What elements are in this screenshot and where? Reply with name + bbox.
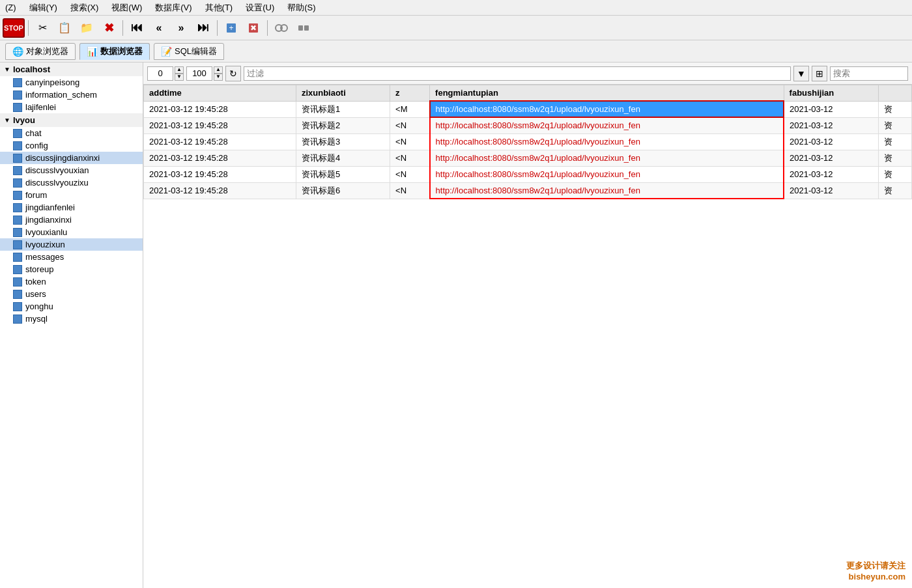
last-button[interactable]: ⏭ <box>193 18 214 38</box>
copy-button[interactable]: 📋 <box>54 18 75 38</box>
cell-zixunbiaoti[interactable]: 资讯标题6 <box>296 182 390 199</box>
tab-sql-editor[interactable]: 📝 SQL编辑器 <box>154 43 224 60</box>
table-lvyouzixun[interactable]: lvyouzixun <box>0 238 143 251</box>
menu-other[interactable]: 其他(T) <box>203 1 236 14</box>
open-button[interactable]: 📁 <box>76 18 97 38</box>
col-z[interactable]: z <box>390 85 430 102</box>
col-extra[interactable] <box>879 85 912 102</box>
db-mysql[interactable]: mysql <box>0 313 143 325</box>
search-input[interactable] <box>830 66 908 81</box>
menu-z[interactable]: (Z) <box>3 2 19 13</box>
tab-data-browser[interactable]: 📊 数据浏览器 <box>79 43 150 60</box>
table-row[interactable]: 2021-03-12 19:45:28资讯标题1<Mhttp://localho… <box>144 101 912 117</box>
cell-suffix[interactable]: 资 <box>879 117 912 133</box>
table-discusslvyouxian[interactable]: discusslvyouxian <box>0 164 143 176</box>
db-lajifenlei[interactable]: lajifenlei <box>0 101 143 113</box>
col-fabushijian[interactable]: fabushijian <box>784 85 878 102</box>
sidebar-scroll[interactable]: ▼ localhost canyinpeisong information_sc… <box>0 63 143 588</box>
tab-object-browser[interactable]: 🌐 对象浏览器 <box>5 43 76 60</box>
table-messages[interactable]: messages <box>0 251 143 263</box>
col-fengmiantupian[interactable]: fengmiantupian <box>430 85 784 102</box>
table-row[interactable]: 2021-03-12 19:45:28资讯标题2<Nhttp://localho… <box>144 117 912 133</box>
page-up-button[interactable]: ▲ <box>175 66 184 74</box>
table-row[interactable]: 2021-03-12 19:45:28资讯标题3<Nhttp://localho… <box>144 133 912 150</box>
table-yonghu[interactable]: yonghu <box>0 300 143 313</box>
cell-zixunbiaoti[interactable]: 资讯标题3 <box>296 133 390 150</box>
cell-zixunbiaoti[interactable]: 资讯标题2 <box>296 117 390 133</box>
table-jingdianxinxi[interactable]: jingdianxinxi <box>0 214 143 226</box>
cell-fengmiantupian[interactable]: http://localhost:8080/ssm8w2q1/upload/lv… <box>430 133 784 150</box>
cell-addtime[interactable]: 2021-03-12 19:45:28 <box>144 101 296 117</box>
per-page-up-button[interactable]: ▲ <box>214 66 223 74</box>
per-page-input[interactable] <box>186 66 212 81</box>
cell-fabushijian[interactable]: 2021-03-12 <box>784 166 878 182</box>
cell-fengmiantupian[interactable]: http://localhost:8080/ssm8w2q1/upload/lv… <box>430 182 784 199</box>
col-zixunbiaoti[interactable]: zixunbiaoti <box>296 85 390 102</box>
cell-suffix[interactable]: 资 <box>879 166 912 182</box>
add-row-button[interactable]: + <box>221 18 242 38</box>
cell-fengmiantupian[interactable]: http://localhost:8080/ssm8w2q1/upload/lv… <box>430 166 784 182</box>
table-config[interactable]: config <box>0 139 143 152</box>
cell-fengmiantupian[interactable]: http://localhost:8080/ssm8w2q1/upload/lv… <box>430 101 784 117</box>
cell-suffix[interactable]: 资 <box>879 150 912 166</box>
cell-suffix[interactable]: 资 <box>879 101 912 117</box>
menu-edit[interactable]: 编辑(Y) <box>27 1 60 14</box>
cell-z[interactable]: <M <box>390 101 430 117</box>
delete-button[interactable]: ✖ <box>98 18 119 38</box>
menu-view[interactable]: 视图(W) <box>109 1 145 14</box>
cell-z[interactable]: <N <box>390 182 430 199</box>
cell-fabushijian[interactable]: 2021-03-12 <box>784 101 878 117</box>
db-localhost[interactable]: ▼ localhost <box>0 63 143 76</box>
cell-addtime[interactable]: 2021-03-12 19:45:28 <box>144 166 296 182</box>
page-down-button[interactable]: ▼ <box>175 74 184 81</box>
cell-z[interactable]: <N <box>390 166 430 182</box>
cell-addtime[interactable]: 2021-03-12 19:45:28 <box>144 117 296 133</box>
filter-funnel-button[interactable]: ⊞ <box>812 66 827 81</box>
cell-z[interactable]: <N <box>390 150 430 166</box>
cell-fabushijian[interactable]: 2021-03-12 <box>784 182 878 199</box>
first-button[interactable]: ⏮ <box>126 18 147 38</box>
link-button-1[interactable] <box>271 18 292 38</box>
cell-fengmiantupian[interactable]: http://localhost:8080/ssm8w2q1/upload/lv… <box>430 117 784 133</box>
db-lvyou[interactable]: ▼ lvyou <box>0 113 143 127</box>
cell-z[interactable]: <N <box>390 133 430 150</box>
table-chat[interactable]: chat <box>0 127 143 139</box>
cell-addtime[interactable]: 2021-03-12 19:45:28 <box>144 133 296 150</box>
table-forum[interactable]: forum <box>0 189 143 201</box>
cell-z[interactable]: <N <box>390 117 430 133</box>
cell-fengmiantupian[interactable]: http://localhost:8080/ssm8w2q1/upload/lv… <box>430 150 784 166</box>
stop-button[interactable]: STOP <box>3 18 25 38</box>
link-button-2[interactable] <box>293 18 314 38</box>
cell-zixunbiaoti[interactable]: 资讯标题1 <box>296 101 390 117</box>
table-discusslvyouzixu[interactable]: discusslvyouzixu <box>0 176 143 189</box>
col-addtime[interactable]: addtime <box>144 85 296 102</box>
refresh-button[interactable]: ↻ <box>225 66 241 81</box>
cell-suffix[interactable]: 资 <box>879 182 912 199</box>
cell-addtime[interactable]: 2021-03-12 19:45:28 <box>144 150 296 166</box>
remove-row-button[interactable]: ✖ <box>243 18 264 38</box>
menu-settings[interactable]: 设置(U) <box>243 1 277 14</box>
per-page-down-button[interactable]: ▼ <box>214 74 223 81</box>
cell-fabushijian[interactable]: 2021-03-12 <box>784 133 878 150</box>
cell-fabushijian[interactable]: 2021-03-12 <box>784 150 878 166</box>
next-button[interactable]: » <box>171 18 192 38</box>
table-jingdianfenlei[interactable]: jingdianfenlei <box>0 201 143 214</box>
cut-button[interactable]: ✂ <box>32 18 53 38</box>
cell-zixunbiaoti[interactable]: 资讯标题4 <box>296 150 390 166</box>
cell-zixunbiaoti[interactable]: 资讯标题5 <box>296 166 390 182</box>
table-row[interactable]: 2021-03-12 19:45:28资讯标题4<Nhttp://localho… <box>144 150 912 166</box>
prev-button[interactable]: « <box>149 18 169 38</box>
table-storeup[interactable]: storeup <box>0 263 143 275</box>
table-row[interactable]: 2021-03-12 19:45:28资讯标题5<Nhttp://localho… <box>144 166 912 182</box>
db-information-schema[interactable]: information_schem <box>0 89 143 101</box>
filter-icon-button[interactable]: ▼ <box>793 66 809 81</box>
filter-input[interactable] <box>244 66 791 81</box>
data-table-wrap[interactable]: addtime zixunbiaoti z fengmiantupian fab… <box>143 85 912 588</box>
table-discussjingdianxinxi[interactable]: discussjingdianxinxi <box>0 152 143 164</box>
table-row[interactable]: 2021-03-12 19:45:28资讯标题6<Nhttp://localho… <box>144 182 912 199</box>
table-lvyouxianlu[interactable]: lvyouxianlu <box>0 226 143 238</box>
cell-addtime[interactable]: 2021-03-12 19:45:28 <box>144 182 296 199</box>
cell-suffix[interactable]: 资 <box>879 133 912 150</box>
table-token[interactable]: token <box>0 275 143 288</box>
cell-fabushijian[interactable]: 2021-03-12 <box>784 117 878 133</box>
